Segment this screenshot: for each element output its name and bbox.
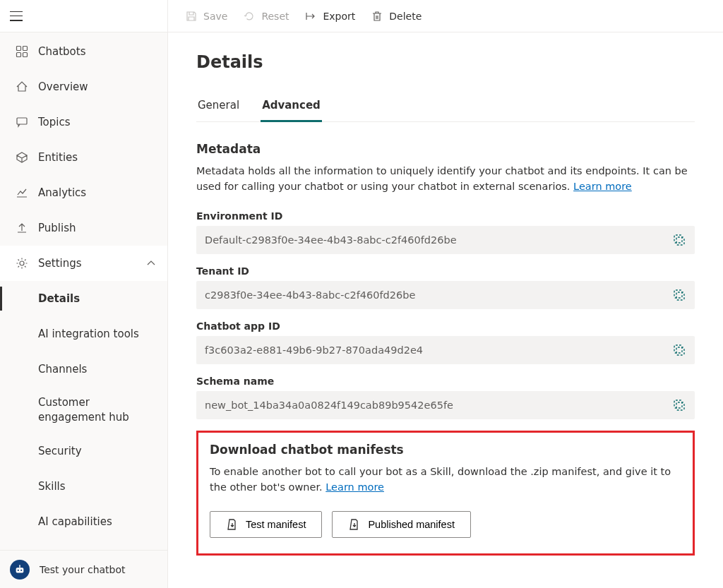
sidebar-nav: Chatbots Overview Topics Entities Analyt… bbox=[0, 32, 167, 550]
sidebar-sub-label: AI integration tools bbox=[38, 328, 139, 340]
export-icon bbox=[304, 10, 317, 23]
manifests-learn-more-link[interactable]: Learn more bbox=[325, 481, 384, 493]
copy-icon[interactable] bbox=[672, 398, 686, 412]
svg-rect-4 bbox=[17, 118, 27, 124]
tab-strip: General Advanced bbox=[196, 92, 695, 122]
tab-general[interactable]: General bbox=[196, 92, 241, 122]
sidebar-item-topics[interactable]: Topics bbox=[0, 104, 167, 140]
field-value: new_bot_14ba34a0a0824f149cab89b9542e65fe bbox=[205, 400, 665, 411]
sidebar-item-settings[interactable]: Settings bbox=[0, 246, 167, 281]
copy-icon[interactable] bbox=[672, 288, 686, 302]
sidebar: Chatbots Overview Topics Entities Analyt… bbox=[0, 0, 168, 588]
svg-rect-6 bbox=[16, 568, 24, 572]
field-label: Environment ID bbox=[196, 210, 695, 222]
delete-icon bbox=[371, 10, 383, 23]
copy-icon[interactable] bbox=[672, 233, 686, 247]
svg-rect-0 bbox=[17, 47, 21, 51]
sidebar-sub-ai-integration[interactable]: AI integration tools bbox=[0, 316, 167, 352]
sidebar-item-publish[interactable]: Publish bbox=[0, 210, 167, 246]
svg-point-9 bbox=[19, 565, 20, 566]
metadata-learn-more-link[interactable]: Learn more bbox=[573, 181, 632, 192]
svg-point-7 bbox=[18, 569, 19, 570]
upload-icon bbox=[16, 222, 28, 234]
reset-button: Reset bbox=[243, 10, 289, 23]
field-label: Schema name bbox=[196, 376, 695, 387]
copy-icon[interactable] bbox=[672, 343, 686, 357]
field-value: Default-c2983f0e-34ee-4b43-8abc-c2f460fd… bbox=[205, 234, 665, 246]
sidebar-sub-engagement-hub[interactable]: Customer engagement hub bbox=[0, 387, 167, 433]
field-environment-id: Environment ID Default-c2983f0e-34ee-4b4… bbox=[196, 210, 695, 254]
manifests-description: To enable another bot to call your bot a… bbox=[210, 464, 681, 496]
manifests-desc-text: To enable another bot to call your bot a… bbox=[210, 466, 671, 493]
sidebar-sub-security[interactable]: Security bbox=[0, 433, 167, 469]
sidebar-sub-label: Customer engagement hub bbox=[38, 395, 157, 425]
sidebar-sub-label: Security bbox=[38, 445, 82, 457]
field-value-box: Default-c2983f0e-34ee-4b43-8abc-c2f460fd… bbox=[196, 226, 695, 254]
field-tenant-id: Tenant ID c2983f0e-34ee-4b43-8abc-c2f460… bbox=[196, 265, 695, 309]
sidebar-sub-channels[interactable]: Channels bbox=[0, 352, 167, 387]
test-manifest-button[interactable]: Test manifest bbox=[210, 511, 322, 538]
content-area: Details General Advanced Metadata Metada… bbox=[168, 32, 723, 588]
save-icon bbox=[185, 10, 198, 23]
chat-icon bbox=[16, 116, 28, 128]
command-bar: Save Reset Export Delete bbox=[168, 0, 723, 32]
field-chatbot-app-id: Chatbot app ID f3c603a2-e881-49b6-9b27-8… bbox=[196, 320, 695, 364]
sidebar-item-chatbots[interactable]: Chatbots bbox=[0, 34, 167, 69]
sidebar-sub-details[interactable]: Details bbox=[0, 281, 167, 316]
cmd-label: Reset bbox=[261, 11, 289, 22]
field-value-box: c2983f0e-34ee-4b43-8abc-c2f460fd26be bbox=[196, 281, 695, 309]
manifests-heading: Download chatbot manifests bbox=[210, 443, 681, 457]
main-panel: Save Reset Export Delete Details General… bbox=[168, 0, 723, 588]
grid-icon bbox=[16, 45, 28, 58]
cmd-label: Save bbox=[203, 11, 227, 22]
svg-rect-17 bbox=[676, 402, 684, 410]
bot-avatar-icon bbox=[10, 560, 30, 580]
home-icon bbox=[16, 80, 28, 93]
svg-rect-10 bbox=[674, 235, 682, 243]
field-value-box: new_bot_14ba34a0a0824f149cab89b9542e65fe bbox=[196, 391, 695, 419]
btn-label: Published manifest bbox=[368, 519, 455, 530]
sidebar-item-label: Publish bbox=[38, 222, 76, 234]
download-manifests-section: Download chatbot manifests To enable ano… bbox=[196, 431, 695, 556]
chevron-up-icon bbox=[145, 257, 157, 270]
sidebar-item-label: Chatbots bbox=[38, 45, 85, 58]
sidebar-item-entities[interactable]: Entities bbox=[0, 140, 167, 175]
manifest-buttons: Test manifest Published manifest bbox=[210, 511, 681, 538]
hamburger-icon[interactable] bbox=[10, 11, 23, 21]
sidebar-sub-label: AI capabilities bbox=[38, 515, 112, 528]
svg-rect-14 bbox=[674, 345, 682, 353]
footer-label: Test your chatbot bbox=[40, 564, 126, 575]
published-manifest-button[interactable]: Published manifest bbox=[332, 511, 471, 538]
test-chatbot-button[interactable]: Test your chatbot bbox=[0, 550, 167, 588]
sidebar-item-analytics[interactable]: Analytics bbox=[0, 175, 167, 210]
delete-button[interactable]: Delete bbox=[371, 10, 422, 23]
svg-rect-2 bbox=[17, 53, 21, 57]
cmd-label: Delete bbox=[389, 11, 422, 22]
sidebar-item-label: Topics bbox=[38, 116, 71, 128]
btn-label: Test manifest bbox=[246, 519, 306, 530]
metadata-heading: Metadata bbox=[196, 142, 695, 156]
download-file-icon bbox=[226, 518, 239, 531]
sidebar-item-label: Analytics bbox=[38, 186, 86, 199]
field-value: c2983f0e-34ee-4b43-8abc-c2f460fd26be bbox=[205, 289, 665, 301]
field-label: Chatbot app ID bbox=[196, 320, 695, 332]
svg-rect-12 bbox=[674, 290, 682, 298]
sidebar-item-label: Overview bbox=[38, 80, 88, 93]
sidebar-sub-label: Channels bbox=[38, 363, 87, 376]
field-value-box: f3c603a2-e881-49b6-9b27-870ada49d2e4 bbox=[196, 336, 695, 364]
analytics-icon bbox=[16, 186, 28, 199]
export-button[interactable]: Export bbox=[304, 10, 355, 23]
field-label: Tenant ID bbox=[196, 265, 695, 277]
svg-point-8 bbox=[20, 569, 22, 570]
sidebar-sub-skills[interactable]: Skills bbox=[0, 469, 167, 504]
sidebar-item-label: Entities bbox=[38, 151, 78, 164]
sidebar-sub-ai-capabilities[interactable]: AI capabilities bbox=[0, 504, 167, 539]
sidebar-item-label: Settings bbox=[38, 257, 82, 270]
sidebar-item-overview[interactable]: Overview bbox=[0, 69, 167, 104]
page-title: Details bbox=[196, 52, 695, 72]
svg-rect-15 bbox=[676, 347, 684, 355]
svg-rect-16 bbox=[674, 400, 682, 408]
tab-advanced[interactable]: Advanced bbox=[261, 92, 322, 122]
cmd-label: Export bbox=[323, 11, 355, 22]
sidebar-sub-label: Skills bbox=[38, 480, 66, 493]
